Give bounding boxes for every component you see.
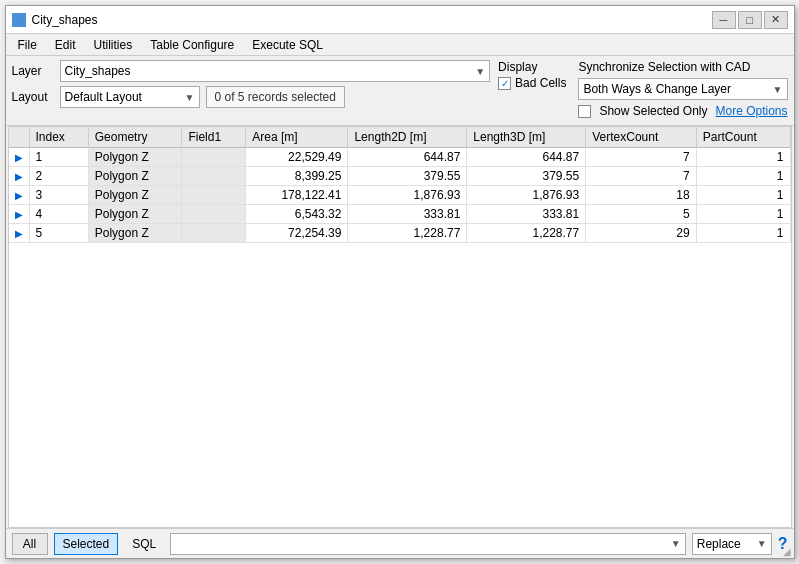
table-row[interactable]: ▶ 5 Polygon Z 72,254.39 1,228.77 1,228.7… — [9, 224, 791, 243]
table-row[interactable]: ▶ 4 Polygon Z 6,543.32 333.81 333.81 5 1 — [9, 205, 791, 224]
resize-handle[interactable]: ◢ — [783, 546, 791, 557]
layout-combo-arrow: ▼ — [185, 92, 195, 103]
row-selector[interactable]: ▶ — [9, 167, 30, 186]
all-button[interactable]: All — [12, 533, 48, 555]
toolbar-right: Display ✓ Bad Cells Synchronize Selectio… — [498, 60, 787, 118]
layout-combo-value: Default Layout — [65, 90, 142, 104]
cell-field1 — [182, 205, 246, 224]
layer-combo[interactable]: City_shapes ▼ — [60, 60, 491, 82]
cell-area: 6,543.32 — [246, 205, 348, 224]
col-geometry[interactable]: Geometry — [88, 127, 182, 148]
display-section: Display ✓ Bad Cells Synchronize Selectio… — [498, 60, 787, 118]
cell-partcount: 1 — [696, 148, 790, 167]
cell-length3d: 333.81 — [467, 205, 586, 224]
show-selected-label: Show Selected Only — [599, 104, 707, 118]
cell-field1 — [182, 148, 246, 167]
cell-geometry: Polygon Z — [88, 205, 182, 224]
cell-partcount: 1 — [696, 186, 790, 205]
maximize-button[interactable]: □ — [738, 11, 762, 29]
cell-index: 1 — [29, 148, 88, 167]
col-arrow — [9, 127, 30, 148]
cell-partcount: 1 — [696, 167, 790, 186]
more-options-link[interactable]: More Options — [715, 104, 787, 118]
layer-label: Layer — [12, 64, 54, 78]
close-button[interactable]: ✕ — [764, 11, 788, 29]
selected-button[interactable]: Selected — [54, 533, 119, 555]
sql-input[interactable]: ▼ — [170, 533, 686, 555]
toolbar: Layer City_shapes ▼ Layout Default Layou… — [6, 56, 794, 126]
cell-area: 178,122.41 — [246, 186, 348, 205]
table-row[interactable]: ▶ 3 Polygon Z 178,122.41 1,876.93 1,876.… — [9, 186, 791, 205]
col-index[interactable]: Index — [29, 127, 88, 148]
bad-cells-checkbox[interactable]: ✓ — [498, 77, 511, 90]
table-header-row: Index Geometry Field1 Area [m] Length2D … — [9, 127, 791, 148]
row-selector[interactable]: ▶ — [9, 205, 30, 224]
cell-length2d: 333.81 — [348, 205, 467, 224]
col-partcount[interactable]: PartCount — [696, 127, 790, 148]
col-length2d[interactable]: Length2D [m] — [348, 127, 467, 148]
sync-label: Synchronize Selection with CAD — [578, 60, 787, 74]
col-field1[interactable]: Field1 — [182, 127, 246, 148]
cell-field1 — [182, 224, 246, 243]
row-selector[interactable]: ▶ — [9, 224, 30, 243]
cell-length3d: 644.87 — [467, 148, 586, 167]
display-group: Display ✓ Bad Cells — [498, 60, 566, 90]
title-bar-left: City_shapes — [12, 13, 98, 27]
layout-combo[interactable]: Default Layout ▼ — [60, 86, 200, 108]
bad-cells-row: ✓ Bad Cells — [498, 76, 566, 90]
layer-combo-arrow: ▼ — [475, 66, 485, 77]
cell-index: 4 — [29, 205, 88, 224]
minimize-button[interactable]: ─ — [712, 11, 736, 29]
layout-label: Layout — [12, 90, 54, 104]
bad-cells-label: Bad Cells — [515, 76, 566, 90]
cell-area: 72,254.39 — [246, 224, 348, 243]
app-icon — [12, 13, 26, 27]
cell-vertexcount: 18 — [586, 186, 697, 205]
layer-row: Layer City_shapes ▼ — [12, 60, 491, 82]
replace-combo[interactable]: Replace ▼ — [692, 533, 772, 555]
menu-utilities[interactable]: Utilities — [86, 36, 141, 54]
menu-execute-sql[interactable]: Execute SQL — [244, 36, 331, 54]
table-container: Index Geometry Field1 Area [m] Length2D … — [8, 126, 792, 528]
cell-length2d: 644.87 — [348, 148, 467, 167]
cell-index: 3 — [29, 186, 88, 205]
cell-length2d: 1,228.77 — [348, 224, 467, 243]
sync-combo[interactable]: Both Ways & Change Layer ▼ — [578, 78, 787, 100]
cell-geometry: Polygon Z — [88, 224, 182, 243]
cell-area: 8,399.25 — [246, 167, 348, 186]
cell-area: 22,529.49 — [246, 148, 348, 167]
col-area[interactable]: Area [m] — [246, 127, 348, 148]
sync-combo-arrow: ▼ — [773, 84, 783, 95]
title-controls: ─ □ ✕ — [712, 11, 788, 29]
col-vertexcount[interactable]: VertexCount — [586, 127, 697, 148]
cell-index: 5 — [29, 224, 88, 243]
layer-combo-value: City_shapes — [65, 64, 131, 78]
replace-combo-arrow: ▼ — [757, 538, 767, 549]
cell-field1 — [182, 186, 246, 205]
cell-partcount: 1 — [696, 224, 790, 243]
cell-length2d: 1,876.93 — [348, 186, 467, 205]
col-length3d[interactable]: Length3D [m] — [467, 127, 586, 148]
cell-vertexcount: 29 — [586, 224, 697, 243]
row-selector[interactable]: ▶ — [9, 186, 30, 205]
toolbar-left: Layer City_shapes ▼ Layout Default Layou… — [12, 60, 491, 108]
cell-vertexcount: 5 — [586, 205, 697, 224]
menu-table-configure[interactable]: Table Configure — [142, 36, 242, 54]
data-table: Index Geometry Field1 Area [m] Length2D … — [9, 127, 791, 243]
menu-edit[interactable]: Edit — [47, 36, 84, 54]
show-selected-row: Show Selected Only More Options — [578, 104, 787, 118]
main-window: City_shapes ─ □ ✕ File Edit Utilities Ta… — [5, 5, 795, 559]
cell-vertexcount: 7 — [586, 148, 697, 167]
layout-row: Layout Default Layout ▼ 0 of 5 records s… — [12, 86, 491, 108]
row-selector[interactable]: ▶ — [9, 148, 30, 167]
table-row[interactable]: ▶ 2 Polygon Z 8,399.25 379.55 379.55 7 1 — [9, 167, 791, 186]
table-body: ▶ 1 Polygon Z 22,529.49 644.87 644.87 7 … — [9, 148, 791, 243]
show-selected-checkbox[interactable] — [578, 105, 591, 118]
cell-vertexcount: 7 — [586, 167, 697, 186]
cell-geometry: Polygon Z — [88, 186, 182, 205]
menu-file[interactable]: File — [10, 36, 45, 54]
cell-field1 — [182, 167, 246, 186]
table-row[interactable]: ▶ 1 Polygon Z 22,529.49 644.87 644.87 7 … — [9, 148, 791, 167]
cell-length2d: 379.55 — [348, 167, 467, 186]
sync-group: Synchronize Selection with CAD Both Ways… — [578, 60, 787, 118]
